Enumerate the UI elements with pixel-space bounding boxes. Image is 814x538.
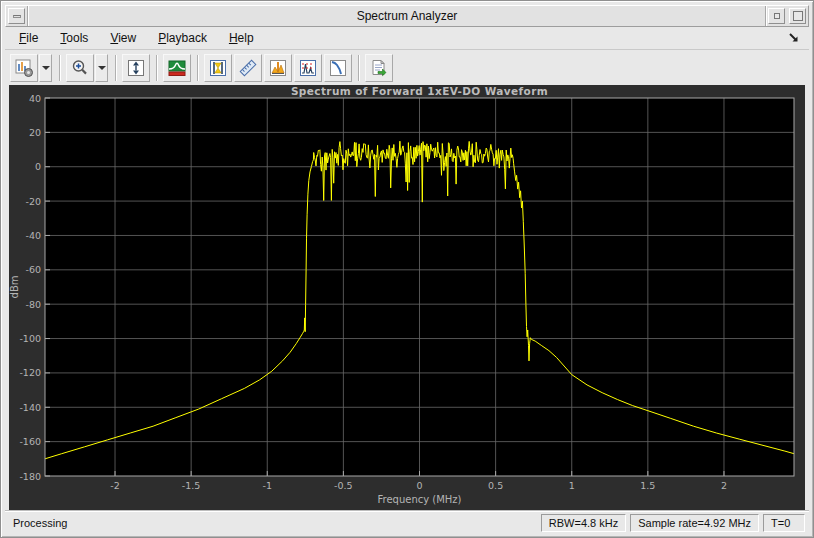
x-tick-label: -2 — [110, 480, 119, 491]
x-tick-label: 2 — [721, 480, 727, 491]
toolbar-separator — [358, 55, 359, 81]
plot-title: Spectrum of Forward 1xEV-DO Waveform — [291, 85, 548, 97]
spectrum-analyzer-window: Spectrum Analyzer File Tools View Playba… — [0, 0, 814, 538]
maximize-icon — [793, 11, 803, 21]
spectrum-settings-button[interactable] — [163, 54, 191, 82]
export-icon — [369, 58, 389, 78]
titlebar-divider — [765, 6, 766, 26]
time-readout: T=0 — [763, 514, 805, 532]
autoscale-y-button[interactable] — [122, 54, 150, 82]
cursor-measurements-icon — [208, 58, 228, 78]
zoom-in-dropdown[interactable] — [95, 54, 108, 82]
menu-file[interactable]: File — [11, 28, 46, 48]
ccdf-measurements-button[interactable] — [324, 54, 352, 82]
y-tick-label: -120 — [19, 367, 41, 378]
peak-finder-icon — [268, 58, 288, 78]
y-axis-label: dBm — [9, 276, 20, 299]
window-title: Spectrum Analyzer — [6, 9, 808, 23]
y-tick-label: -40 — [25, 230, 41, 241]
menu-tools[interactable]: Tools — [52, 28, 96, 48]
y-tick-label: 40 — [29, 93, 41, 104]
distortion-measurements-icon — [298, 58, 318, 78]
x-tick-label: 0.5 — [488, 480, 503, 491]
toolbar — [5, 50, 809, 85]
spectrum-settings-icon — [167, 58, 187, 78]
sample-rate-readout: Sample rate=4.92 MHz — [630, 514, 759, 532]
scope-options-button[interactable] — [10, 54, 38, 82]
y-tick-label: -160 — [19, 436, 41, 447]
toolbar-separator — [59, 55, 60, 81]
export-button[interactable] — [365, 54, 393, 82]
signal-statistics-button[interactable] — [234, 54, 262, 82]
x-tick-label: -1.5 — [182, 480, 201, 491]
zoom-in-icon — [70, 58, 90, 78]
x-tick-label: 1.5 — [640, 480, 655, 491]
cursor-measurements-button[interactable] — [204, 54, 232, 82]
distortion-measurements-button[interactable] — [294, 54, 322, 82]
chevron-down-icon — [98, 66, 106, 70]
menu-help[interactable]: Help — [221, 28, 262, 48]
figure-area: -2-1.5-1-0.500.511.5240200-20-40-60-80-1… — [9, 85, 805, 510]
status-bar: Processing RBW=4.8 kHz Sample rate=4.92 … — [5, 510, 809, 535]
peak-finder-button[interactable] — [264, 54, 292, 82]
spectrum-plot[interactable]: -2-1.5-1-0.500.511.5240200-20-40-60-80-1… — [9, 85, 805, 510]
y-tick-label: -140 — [19, 402, 41, 413]
x-tick-label: 1 — [569, 480, 575, 491]
toolbar-separator — [115, 55, 116, 81]
window-menu-button[interactable] — [8, 8, 25, 24]
menu-view[interactable]: View — [102, 28, 144, 48]
y-tick-label: 0 — [35, 161, 41, 172]
status-message: Processing — [9, 517, 67, 529]
x-axis-label: Frequency (MHz) — [377, 494, 461, 505]
y-tick-label: -60 — [25, 264, 41, 275]
minimize-icon — [774, 13, 780, 19]
x-tick-label: -1 — [263, 480, 272, 491]
ruler-icon — [238, 58, 258, 78]
menu-playback[interactable]: Playback — [150, 28, 215, 48]
titlebar-divider — [27, 6, 28, 26]
scope-options-dropdown[interactable] — [39, 54, 52, 82]
toolbar-separator — [156, 55, 157, 81]
title-bar: Spectrum Analyzer — [5, 5, 809, 27]
chevron-down-icon — [42, 66, 50, 70]
menu-bar: File Tools View Playback Help — [5, 27, 809, 50]
zoom-in-button[interactable] — [66, 54, 94, 82]
y-tick-label: -100 — [19, 333, 41, 344]
x-tick-label: 0 — [416, 480, 422, 491]
maximize-button[interactable] — [789, 8, 806, 24]
window-menu-icon — [13, 15, 21, 18]
ccdf-measurements-icon — [328, 58, 348, 78]
y-tick-label: -80 — [25, 299, 41, 310]
toolbar-separator — [197, 55, 198, 81]
scope-settings-icon — [14, 58, 34, 78]
y-tick-label: -20 — [25, 196, 41, 207]
autoscale-y-icon — [126, 58, 146, 78]
y-tick-label: 20 — [29, 127, 41, 138]
x-tick-label: -0.5 — [334, 480, 353, 491]
y-tick-label: -180 — [19, 471, 41, 482]
dock-arrow-icon[interactable] — [787, 31, 801, 45]
rbw-readout: RBW=4.8 kHz — [541, 514, 626, 532]
minimize-button[interactable] — [768, 8, 785, 24]
